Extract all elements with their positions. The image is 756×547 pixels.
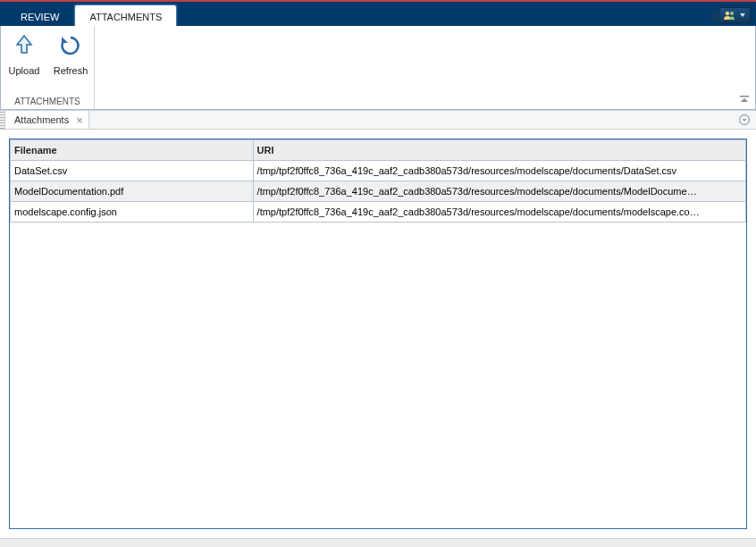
upload-icon bbox=[12, 33, 37, 58]
document-tab-attachments[interactable]: Attachments × bbox=[5, 111, 89, 129]
svg-point-0 bbox=[726, 12, 729, 15]
column-header-filename[interactable]: Filename bbox=[11, 140, 254, 161]
cell-uri: /tmp/tpf2f0ffc8_736a_419c_aaf2_cadb380a5… bbox=[253, 202, 745, 223]
refresh-label: Refresh bbox=[54, 65, 88, 76]
ribbon-toolbar: Upload Refresh ATTACHMENTS bbox=[0, 26, 756, 110]
column-header-uri[interactable]: URI bbox=[253, 140, 745, 161]
ribbon-group-label: ATTACHMENTS bbox=[14, 93, 80, 109]
collapse-icon bbox=[739, 95, 750, 105]
document-tab-label: Attachments bbox=[14, 114, 69, 125]
top-tabs: REVIEW ATTACHMENTS bbox=[0, 2, 177, 26]
upload-button[interactable]: Upload bbox=[4, 29, 44, 76]
table-area: Filename URI DataSet.csv /tmp/tpf2f0ffc8… bbox=[0, 130, 756, 538]
cell-filename: ModelDocumentation.pdf bbox=[11, 181, 254, 202]
table-header-row: Filename URI bbox=[11, 140, 746, 161]
cell-filename: DataSet.csv bbox=[11, 161, 254, 181]
ribbon-group-attachments: Upload Refresh ATTACHMENTS bbox=[1, 26, 95, 109]
upload-label: Upload bbox=[9, 65, 40, 76]
tab-options-button[interactable] bbox=[738, 114, 751, 129]
tab-attachments[interactable]: ATTACHMENTS bbox=[74, 4, 177, 26]
document-tab-bar: Attachments × bbox=[0, 110, 756, 130]
cell-filename: modelscape.config.json bbox=[11, 202, 254, 223]
circle-chevron-icon bbox=[738, 114, 751, 126]
chevron-down-icon bbox=[739, 10, 746, 21]
status-bar bbox=[0, 538, 756, 547]
cell-uri: /tmp/tpf2f0ffc8_736a_419c_aaf2_cadb380a5… bbox=[253, 181, 745, 202]
table-row[interactable]: DataSet.csv /tmp/tpf2f0ffc8_736a_419c_aa… bbox=[11, 161, 746, 181]
collapse-ribbon-button[interactable] bbox=[739, 95, 750, 105]
cell-uri: /tmp/tpf2f0ffc8_736a_419c_aaf2_cadb380a5… bbox=[253, 161, 745, 181]
table-row[interactable]: ModelDocumentation.pdf /tmp/tpf2f0ffc8_7… bbox=[11, 181, 746, 202]
svg-point-1 bbox=[730, 12, 734, 15]
attachments-table: Filename URI DataSet.csv /tmp/tpf2f0ffc8… bbox=[10, 139, 746, 223]
close-tab-button[interactable]: × bbox=[76, 114, 83, 126]
refresh-icon bbox=[58, 33, 83, 58]
attachments-table-frame: Filename URI DataSet.csv /tmp/tpf2f0ffc8… bbox=[9, 139, 747, 529]
table-row[interactable]: modelscape.config.json /tmp/tpf2f0ffc8_7… bbox=[11, 202, 746, 223]
refresh-button[interactable]: Refresh bbox=[51, 29, 90, 76]
user-menu-dropdown[interactable] bbox=[719, 7, 751, 23]
tab-review[interactable]: REVIEW bbox=[5, 4, 74, 26]
top-tab-bar: REVIEW ATTACHMENTS bbox=[0, 0, 756, 26]
svg-rect-2 bbox=[740, 96, 749, 97]
users-icon bbox=[724, 10, 736, 21]
